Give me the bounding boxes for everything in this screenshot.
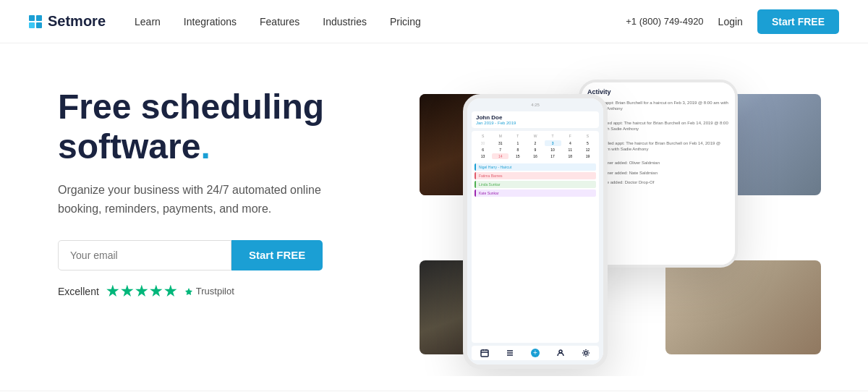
hero-left: Free scheduling software. Organize your …	[58, 72, 420, 298]
logo-icon	[29, 15, 42, 28]
activity-time-0: 4:21 am	[595, 112, 729, 116]
hero-form: Start FREE	[58, 240, 420, 270]
phone-nav-people	[556, 348, 566, 358]
star-rating	[106, 285, 177, 298]
hero-cta-button[interactable]: Start FREE	[231, 240, 323, 270]
svg-marker-0	[185, 288, 192, 295]
nav-item-learn[interactable]: Learn	[135, 16, 161, 27]
calendar-header: S M T W T F S	[475, 134, 596, 138]
hero-section: Free scheduling software. Organize your …	[0, 43, 868, 376]
activity-item-5: Service added: Doctor Drop-Of	[587, 179, 729, 185]
trust-row: Excellent Trustpilot	[58, 285, 420, 298]
phone-calendar: S M T W T F S 30 31 1 2 3	[472, 131, 599, 343]
logo-square-3	[29, 22, 35, 28]
nav-phone: +1 (800) 749-4920	[626, 16, 703, 27]
activity-text-1: Reached appt: The haircut for Brian Burc…	[595, 120, 729, 132]
activity-item-3: Customer added: Oliver Saldmian	[587, 160, 729, 166]
logo-text: Setmore	[48, 13, 106, 30]
activity-item-2: Cancelled appt: The haircut for Brian Bu…	[587, 140, 729, 157]
hero-right: Activity New appt: Brian Burchell for a …	[420, 72, 839, 376]
slot-3: Linda Sunkar	[475, 181, 596, 188]
slot-1: Nigel Harry - Haircut	[475, 163, 596, 171]
calendar-days: 30 31 1 2 3 4 5 6 7 8 9 10 11 12	[475, 140, 596, 159]
star-4	[150, 285, 163, 298]
email-input[interactable]	[58, 240, 231, 270]
hero-title-line1: Free scheduling	[58, 88, 324, 126]
slot-4: Kate Sunkar	[475, 189, 596, 197]
phone-name-row: John Doe Jan 2019 - Feb 2019	[472, 111, 599, 128]
activity-text-0: New appt: Brian Burchell for a haircut o…	[595, 100, 729, 112]
nav-item-integrations[interactable]: Integrations	[184, 16, 237, 27]
star-1	[106, 285, 119, 298]
phone-date-range: Jan 2019 - Feb 2019	[476, 121, 595, 125]
hero-title: Free scheduling software.	[58, 87, 420, 166]
phone-nav-add: +	[530, 348, 540, 358]
activity-item-0: New appt: Brian Burchell for a haircut o…	[587, 100, 729, 116]
phone-nav-settings	[581, 348, 591, 358]
activity-item-4: Customer added: Nate Saldmian	[587, 170, 729, 176]
hero-title-line2: software	[58, 127, 200, 166]
trustpilot-label: Trustpilot	[184, 286, 234, 297]
hero-subtitle: Organize your business with 24/7 automat…	[58, 181, 333, 218]
nav-item-pricing[interactable]: Pricing	[390, 16, 421, 27]
logo-square-2	[36, 15, 42, 21]
activity-time-2: 4:21 am	[595, 152, 729, 156]
slot-2: Fatima Barnes	[475, 172, 596, 179]
nav-cta-button[interactable]: Start FREE	[757, 9, 839, 34]
trust-excellent-label: Excellent	[58, 286, 99, 297]
phone-bottom-nav: +	[472, 346, 599, 360]
logo-square-1	[29, 15, 35, 21]
nav-right: +1 (800) 749-4920 Login Start FREE	[626, 9, 839, 34]
nav-item-features[interactable]: Features	[260, 16, 299, 27]
phone-nav-list	[505, 348, 515, 358]
logo-square-4	[36, 22, 42, 28]
star-2	[121, 285, 134, 298]
phone-nav-calendar	[480, 348, 490, 358]
phone-main-mockup: 4:25 John Doe Jan 2019 - Feb 2019 S M T …	[463, 94, 608, 369]
nav-menu: Learn Integrations Features Industries P…	[135, 15, 626, 28]
navbar: Setmore Learn Integrations Features Indu…	[0, 0, 868, 43]
activity-time-1: 4:21 am	[595, 132, 729, 137]
login-link[interactable]: Login	[718, 16, 743, 27]
hero-title-dot: .	[200, 127, 210, 166]
activity-screen-title: Activity	[587, 88, 729, 95]
logo-link[interactable]: Setmore	[29, 13, 106, 30]
star-3	[135, 285, 148, 298]
activity-item-1: Reached appt: The haircut for Brian Burc…	[587, 120, 729, 137]
svg-point-9	[584, 351, 587, 354]
activity-text-2: Cancelled appt: The haircut for Brian Bu…	[595, 140, 729, 153]
main-phone-screen: 4:25 John Doe Jan 2019 - Feb 2019 S M T …	[467, 98, 603, 365]
appointment-slots: Nigel Harry - Haircut Fatima Barnes Lind…	[475, 163, 596, 197]
phone-client-name: John Doe	[476, 114, 595, 121]
photo-panel-bottomright	[665, 260, 821, 354]
star-5	[164, 285, 177, 298]
nav-item-industries[interactable]: Industries	[323, 16, 367, 27]
phone-time: 4:25	[472, 103, 599, 107]
svg-rect-1	[481, 350, 488, 357]
